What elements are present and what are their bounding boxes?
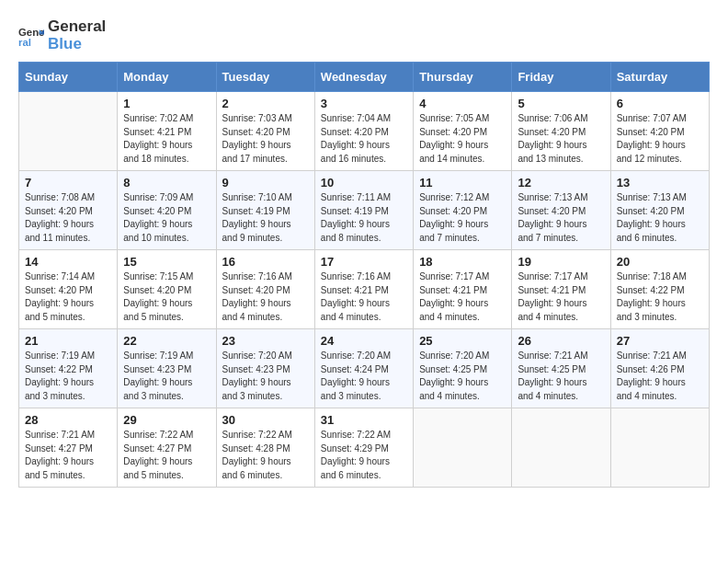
calendar-cell: 4 Sunrise: 7:05 AMSunset: 4:20 PMDayligh… <box>414 92 512 171</box>
cell-info: Sunrise: 7:08 AMSunset: 4:20 PMDaylight:… <box>25 191 111 245</box>
cell-info: Sunrise: 7:21 AMSunset: 4:26 PMDaylight:… <box>617 350 703 403</box>
calendar-cell: 19 Sunrise: 7:17 AMSunset: 4:21 PMDaylig… <box>512 250 610 329</box>
day-number: 4 <box>419 97 506 110</box>
calendar-week-row: 14 Sunrise: 7:14 AMSunset: 4:20 PMDaylig… <box>19 250 710 329</box>
day-number: 8 <box>123 176 210 190</box>
cell-info: Sunrise: 7:15 AMSunset: 4:20 PMDaylight:… <box>123 270 210 324</box>
calendar-cell: 22 Sunrise: 7:19 AMSunset: 4:23 PMDaylig… <box>118 329 216 408</box>
day-number: 27 <box>617 334 703 348</box>
calendar-cell <box>19 92 118 171</box>
calendar-cell: 10 Sunrise: 7:11 AMSunset: 4:19 PMDaylig… <box>314 171 413 250</box>
day-number: 2 <box>222 97 309 110</box>
day-number: 16 <box>222 255 309 269</box>
cell-info: Sunrise: 7:16 AMSunset: 4:20 PMDaylight:… <box>222 270 309 324</box>
cell-info: Sunrise: 7:05 AMSunset: 4:20 PMDaylight:… <box>419 112 506 166</box>
day-number: 15 <box>123 255 210 269</box>
cell-info: Sunrise: 7:13 AMSunset: 4:20 PMDaylight:… <box>617 191 703 245</box>
calendar-week-row: 28 Sunrise: 7:21 AMSunset: 4:27 PMDaylig… <box>19 408 710 488</box>
cell-info: Sunrise: 7:04 AMSunset: 4:20 PMDaylight:… <box>321 112 407 166</box>
day-number: 31 <box>321 413 407 427</box>
cell-info: Sunrise: 7:12 AMSunset: 4:20 PMDaylight:… <box>419 191 506 245</box>
day-number: 28 <box>25 413 111 427</box>
calendar-cell: 26 Sunrise: 7:21 AMSunset: 4:25 PMDaylig… <box>512 329 610 408</box>
day-number: 11 <box>419 176 506 190</box>
cell-info: Sunrise: 7:22 AMSunset: 4:27 PMDaylight:… <box>123 429 210 482</box>
day-number: 23 <box>222 334 309 348</box>
cell-info: Sunrise: 7:16 AMSunset: 4:21 PMDaylight:… <box>321 270 407 324</box>
calendar-cell: 1 Sunrise: 7:02 AMSunset: 4:21 PMDayligh… <box>118 92 216 171</box>
day-number: 25 <box>419 334 506 348</box>
cell-info: Sunrise: 7:22 AMSunset: 4:28 PMDaylight:… <box>222 429 309 482</box>
calendar-cell: 12 Sunrise: 7:13 AMSunset: 4:20 PMDaylig… <box>512 171 610 250</box>
calendar-cell: 3 Sunrise: 7:04 AMSunset: 4:20 PMDayligh… <box>314 92 413 171</box>
calendar-cell: 23 Sunrise: 7:20 AMSunset: 4:23 PMDaylig… <box>216 329 314 408</box>
day-number: 7 <box>25 176 111 190</box>
cell-info: Sunrise: 7:13 AMSunset: 4:20 PMDaylight:… <box>518 191 604 245</box>
calendar-cell: 11 Sunrise: 7:12 AMSunset: 4:20 PMDaylig… <box>414 171 512 250</box>
calendar-cell: 9 Sunrise: 7:10 AMSunset: 4:19 PMDayligh… <box>216 171 314 250</box>
day-number: 1 <box>123 97 210 110</box>
calendar-cell: 29 Sunrise: 7:22 AMSunset: 4:27 PMDaylig… <box>118 408 216 488</box>
day-number: 20 <box>617 255 703 269</box>
cell-info: Sunrise: 7:06 AMSunset: 4:20 PMDaylight:… <box>518 112 604 166</box>
weekday-header-wednesday: Wednesday <box>314 63 413 92</box>
day-number: 9 <box>222 176 309 190</box>
calendar-cell: 17 Sunrise: 7:16 AMSunset: 4:21 PMDaylig… <box>314 250 413 329</box>
cell-info: Sunrise: 7:21 AMSunset: 4:25 PMDaylight:… <box>518 350 604 403</box>
calendar-cell: 27 Sunrise: 7:21 AMSunset: 4:26 PMDaylig… <box>610 329 709 408</box>
day-number: 19 <box>518 255 604 269</box>
day-number: 14 <box>25 255 111 269</box>
calendar-week-row: 7 Sunrise: 7:08 AMSunset: 4:20 PMDayligh… <box>19 171 710 250</box>
cell-info: Sunrise: 7:17 AMSunset: 4:21 PMDaylight:… <box>518 270 604 324</box>
day-number: 5 <box>518 97 604 110</box>
day-number: 26 <box>518 334 604 348</box>
weekday-header-friday: Friday <box>512 63 610 92</box>
cell-info: Sunrise: 7:03 AMSunset: 4:20 PMDaylight:… <box>222 112 309 166</box>
cell-info: Sunrise: 7:20 AMSunset: 4:24 PMDaylight:… <box>321 350 407 403</box>
cell-info: Sunrise: 7:20 AMSunset: 4:23 PMDaylight:… <box>222 350 309 403</box>
cell-info: Sunrise: 7:21 AMSunset: 4:27 PMDaylight:… <box>25 429 111 482</box>
day-number: 13 <box>617 176 703 190</box>
day-number: 29 <box>123 413 210 427</box>
cell-info: Sunrise: 7:07 AMSunset: 4:20 PMDaylight:… <box>617 112 703 166</box>
calendar-cell: 18 Sunrise: 7:17 AMSunset: 4:21 PMDaylig… <box>414 250 512 329</box>
cell-info: Sunrise: 7:19 AMSunset: 4:23 PMDaylight:… <box>123 350 210 403</box>
calendar-cell: 13 Sunrise: 7:13 AMSunset: 4:20 PMDaylig… <box>610 171 709 250</box>
calendar-cell <box>610 408 709 488</box>
logo-blue-text: Blue <box>48 36 106 53</box>
calendar-cell: 20 Sunrise: 7:18 AMSunset: 4:22 PMDaylig… <box>610 250 709 329</box>
calendar-cell: 8 Sunrise: 7:09 AMSunset: 4:20 PMDayligh… <box>118 171 216 250</box>
logo-general-text: General <box>48 18 106 36</box>
calendar-cell: 14 Sunrise: 7:14 AMSunset: 4:20 PMDaylig… <box>19 250 118 329</box>
calendar-cell: 21 Sunrise: 7:19 AMSunset: 4:22 PMDaylig… <box>19 329 118 408</box>
weekday-header-tuesday: Tuesday <box>216 63 314 92</box>
calendar-cell: 25 Sunrise: 7:20 AMSunset: 4:25 PMDaylig… <box>414 329 512 408</box>
calendar-cell: 2 Sunrise: 7:03 AMSunset: 4:20 PMDayligh… <box>216 92 314 171</box>
calendar-cell: 7 Sunrise: 7:08 AMSunset: 4:20 PMDayligh… <box>19 171 118 250</box>
svg-text:ral: ral <box>18 37 31 48</box>
day-number: 17 <box>321 255 407 269</box>
day-number: 12 <box>518 176 604 190</box>
calendar-cell: 5 Sunrise: 7:06 AMSunset: 4:20 PMDayligh… <box>512 92 610 171</box>
calendar-cell <box>512 408 610 488</box>
day-number: 6 <box>617 97 703 110</box>
day-number: 22 <box>123 334 210 348</box>
calendar-table: SundayMondayTuesdayWednesdayThursdayFrid… <box>18 62 710 488</box>
calendar-cell: 24 Sunrise: 7:20 AMSunset: 4:24 PMDaylig… <box>314 329 413 408</box>
calendar-cell: 28 Sunrise: 7:21 AMSunset: 4:27 PMDaylig… <box>19 408 118 488</box>
calendar-cell: 15 Sunrise: 7:15 AMSunset: 4:20 PMDaylig… <box>118 250 216 329</box>
cell-info: Sunrise: 7:10 AMSunset: 4:19 PMDaylight:… <box>222 191 309 245</box>
day-number: 18 <box>419 255 506 269</box>
logo: Gene ral General Blue <box>18 18 106 52</box>
cell-info: Sunrise: 7:11 AMSunset: 4:19 PMDaylight:… <box>321 191 407 245</box>
calendar-cell: 16 Sunrise: 7:16 AMSunset: 4:20 PMDaylig… <box>216 250 314 329</box>
cell-info: Sunrise: 7:02 AMSunset: 4:21 PMDaylight:… <box>123 112 210 166</box>
cell-info: Sunrise: 7:09 AMSunset: 4:20 PMDaylight:… <box>123 191 210 245</box>
day-number: 21 <box>25 334 111 348</box>
calendar-cell <box>414 408 512 488</box>
weekday-header-row: SundayMondayTuesdayWednesdayThursdayFrid… <box>19 63 710 92</box>
day-number: 10 <box>321 176 407 190</box>
weekday-header-monday: Monday <box>118 63 216 92</box>
cell-info: Sunrise: 7:17 AMSunset: 4:21 PMDaylight:… <box>419 270 506 324</box>
calendar-body: 1 Sunrise: 7:02 AMSunset: 4:21 PMDayligh… <box>19 92 710 488</box>
